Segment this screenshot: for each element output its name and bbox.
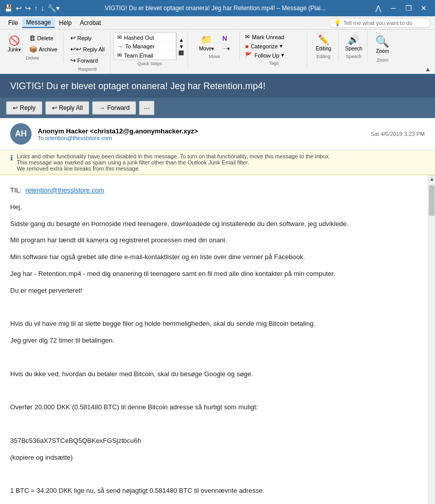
more-move-button[interactable]: ⋯▾ <box>219 44 233 53</box>
sender-details: Anonym Hacker <christa12@g.anonymhacker.… <box>38 127 371 141</box>
archive-button[interactable]: 📦 Archive <box>25 44 61 54</box>
save-icon[interactable]: 💾 <box>4 4 13 12</box>
reply-all-button[interactable]: ↩↩ Reply All <box>67 44 108 54</box>
body-paragraph: Overfør 20.000 DKK (0.581480 BTC) til de… <box>10 402 425 413</box>
categorize-dropdown-icon: ▾ <box>280 43 283 49</box>
body-paragraph <box>10 419 425 430</box>
undo-icon[interactable]: ↩ <box>16 4 22 12</box>
menu-help[interactable]: Help <box>55 18 76 27</box>
avatar: AH <box>10 123 32 145</box>
ribbon-group-editing: ✏️ Editing Editing <box>308 32 339 61</box>
search-input[interactable] <box>343 20 425 26</box>
more-actions-btn[interactable]: ··· <box>139 101 154 115</box>
to-field-line: TIL: retention@thesslstore.com <box>10 185 425 196</box>
scroll-up-btn[interactable]: ▲ <box>428 175 435 183</box>
scroll-down-btn[interactable]: ▼ <box>177 43 185 50</box>
editing-button[interactable]: ✏️ Editing <box>313 33 334 53</box>
tell-me-search[interactable]: 💡 <box>329 18 431 28</box>
menu-file[interactable]: File <box>4 18 22 27</box>
mark-unread-icon: ✉ <box>245 34 250 40</box>
body-paragraph <box>10 386 425 397</box>
forward-icon: ↪ <box>70 57 76 64</box>
ribbon: 🚫 Junk▾ 🗑 Delete 📦 Archive Delete ↩ <box>0 30 435 75</box>
expand-btn[interactable]: ⬛ <box>177 50 185 56</box>
delete-icon: 🗑 <box>29 34 36 42</box>
speech-button[interactable]: 🔊 Speech <box>343 33 365 53</box>
forward-action-icon: → <box>99 104 105 111</box>
to-address-link[interactable]: retention@thesslstore.com <box>25 186 104 194</box>
body-paragraph: Jeg har - Retention.mp4 - med dig onaner… <box>10 269 425 279</box>
body-paragraph: Hvis du vil have mig til at slette begge… <box>10 319 425 329</box>
menu-acrobat[interactable]: Acrobat <box>76 18 105 27</box>
body-paragraph: Mit program har tændt dit kamera og regi… <box>10 235 425 246</box>
redo-icon[interactable]: ↪ <box>25 4 31 12</box>
editing-icon: ✏️ <box>318 34 329 45</box>
email-body: TIL: retention@thesslstore.com Hej,Sidst… <box>0 175 435 504</box>
close-btn[interactable]: ✕ <box>417 1 431 15</box>
forward-arrow-icon: → <box>117 43 123 49</box>
reply-button[interactable]: ↩ Reply <box>67 33 108 43</box>
scrollbar-thumb[interactable] <box>429 185 434 216</box>
minimize-btn[interactable]: ─ <box>386 1 400 15</box>
onenote-button[interactable]: N <box>219 33 233 44</box>
move-button[interactable]: 📁 Move▾ <box>195 33 218 53</box>
body-paragraph: Hvis du ikke ved, hvordan du betaler med… <box>10 369 425 380</box>
reply-all-action-btn[interactable]: ↩ Reply All <box>45 101 90 115</box>
custom-icon[interactable]: 🔧▾ <box>47 4 60 12</box>
security-warning: ℹ Links and other functionality have bee… <box>0 150 435 175</box>
titlebar: 💾 ↩ ↪ ↑ ↓ 🔧▾ VIGTIG! Du er blevet optage… <box>0 0 435 16</box>
mark-unread-item[interactable]: ✉ Mark Unread <box>243 33 305 41</box>
delete-button[interactable]: 🗑 Delete <box>25 33 61 43</box>
speech-icon: 🔊 <box>348 34 359 45</box>
forward-button[interactable]: ↪ Forward <box>67 55 108 66</box>
scrollbar-track[interactable]: ▲ ▼ <box>428 175 435 504</box>
scroll-up-btn[interactable]: ▲ <box>177 37 185 43</box>
body-paragraph: 1 BTC = 34.200 DKK lige nu, så send nøja… <box>10 486 425 496</box>
sender-info: AH Anonym Hacker <christa12@g.anonymhack… <box>0 118 435 150</box>
quick-steps-scroll: ▲ ▼ ⬛ <box>176 33 185 60</box>
junk-icon: 🚫 <box>9 35 20 46</box>
ribbon-collapse-btn[interactable]: ⋀ <box>371 1 385 15</box>
body-paragraph: (kopiere og indsætte) <box>10 453 425 463</box>
quick-step-hashed-out[interactable]: ✉ Hashed Out <box>114 33 176 42</box>
ribbon-group-tags: ✉ Mark Unread ■ Categorize ▾ 🚩 Follow Up… <box>241 32 307 68</box>
follow-up-icon: 🚩 <box>245 52 252 59</box>
zoom-button[interactable]: 🔍 Zoom <box>371 33 394 57</box>
email-subject: VIGTIG! Du er blevet optaget onanera! Je… <box>10 81 425 92</box>
ribbon-collapse-arrow[interactable]: ▲ <box>423 65 433 74</box>
restore-btn[interactable]: ❐ <box>401 1 416 15</box>
junk-button[interactable]: 🚫 Junk▾ <box>4 34 24 54</box>
categorize-icon: ■ <box>245 43 249 49</box>
more-dots-icon: ··· <box>144 104 150 112</box>
forward-action-btn[interactable]: → Forward <box>92 101 136 115</box>
quick-step-to-manager[interactable]: → To Manager <box>114 42 176 51</box>
email-header: VIGTIG! Du er blevet optaget onanera! Je… <box>0 75 435 98</box>
body-paragraph: Du er meget perverteret! <box>10 286 425 296</box>
menubar: File Message Help Acrobat 💡 <box>0 16 435 30</box>
onenote-icon: N <box>222 35 227 42</box>
reply-action-btn[interactable]: ↩ Reply <box>6 101 42 115</box>
quick-step-team-email[interactable]: ✉ Team Email <box>114 51 176 60</box>
more-icon: ⋯▾ <box>222 46 230 51</box>
ribbon-group-quick-steps: ✉ Hashed Out → To Manager ✉ Team Email ▲… <box>112 32 188 68</box>
up-icon[interactable]: ↑ <box>34 4 38 12</box>
menu-message[interactable]: Message <box>22 18 55 28</box>
archive-icon: 📦 <box>29 45 37 53</box>
ribbon-group-respond: ↩ Reply ↩↩ Reply All ↪ Forward Respond <box>65 32 111 74</box>
follow-up-item[interactable]: 🚩 Follow Up ▾ <box>243 51 305 60</box>
reply-action-icon: ↩ <box>13 104 18 111</box>
categorize-item[interactable]: ■ Categorize ▾ <box>243 42 305 50</box>
quick-steps-list: ✉ Hashed Out → To Manager ✉ Team Email <box>114 33 176 60</box>
email-timestamp: Sat 4/6/2019 3:23 PM <box>371 131 425 137</box>
body-paragraph <box>10 352 425 363</box>
sender-to: To retention@thesslstore.com <box>38 135 371 141</box>
down-icon[interactable]: ↓ <box>41 4 44 12</box>
ribbon-group-delete: 🚫 Junk▾ 🗑 Delete 📦 Archive Delete <box>2 32 64 63</box>
body-paragraph: Min software har også grebet alle dine e… <box>10 252 425 263</box>
reply-all-icon: ↩↩ <box>70 45 81 53</box>
follow-up-dropdown-icon: ▾ <box>281 52 284 59</box>
body-paragraph <box>10 302 425 313</box>
body-paragraph: Sidste gang du besøgte en Þornoside med … <box>10 219 425 230</box>
info-icon: ℹ <box>10 154 13 162</box>
window-title: VIGTIG! Du er blevet optaget onanera! Je… <box>63 5 368 12</box>
